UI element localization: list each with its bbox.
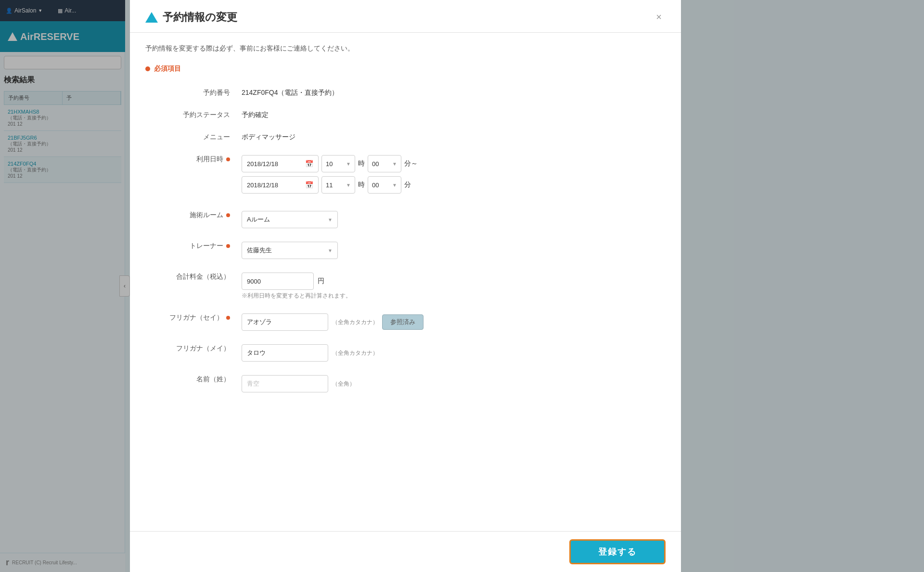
form-row-menu: メニュー ボディマッサージ [145,129,666,142]
chevron-down-icon: ▼ [346,161,351,167]
minute-label: 分～ [404,159,418,168]
chevron-down-icon-trainer: ▼ [328,248,333,253]
furigana-mei-row: タロウ （全角カタカナ） [242,344,666,362]
value-status: 予約確定 [242,107,666,119]
label-reservation-number: 予約番号 [145,85,242,97]
form-row-room: 施術ルーム Aルーム ▼ [145,207,666,228]
datetime-start-row: 2018/12/18 📅 10 ▼ 時 00 ▼ 分～ [242,155,666,172]
required-dot-datetime [226,157,230,161]
form-row-datetime: 利用日時 2018/12/18 📅 10 ▼ 時 00 ▼ [145,151,666,197]
modal-title-icon [145,12,158,23]
required-dot-furigana-sei [226,316,230,320]
value-datetime: 2018/12/18 📅 10 ▼ 時 00 ▼ 分～ [242,151,666,197]
value-name-sei: 青空 （全角） [242,371,666,392]
required-dot [145,66,150,71]
value-furigana-mei: タロウ （全角カタカナ） [242,340,666,362]
furigana-sei-row: アオゾラ （全角カタカナ） 参照済み [242,313,666,331]
minute-start-select[interactable]: 00 ▼ [368,155,401,172]
value-menu: ボディマッサージ [242,129,666,142]
room-select[interactable]: Aルーム ▼ [242,211,338,228]
price-unit: 円 [318,277,324,286]
modal-dialog: 予約情報の変更 × 予約情報を変更する際は必ず、事前にお客様にご連絡してください… [130,0,681,572]
modal-body: 予約情報を変更する際は必ず、事前にお客様にご連絡してください。 必須項目 予約番… [130,33,681,531]
label-menu: メニュー [145,129,242,142]
label-name-sei: 名前（姓） [145,371,242,384]
furigana-sei-hint: （全角カタカナ） [332,318,378,326]
value-furigana-sei: アオゾラ （全角カタカナ） 参照済み [242,310,666,331]
time-end-separator: 時 [358,181,365,189]
price-note: ※利用日時を変更すると再計算されます。 [242,292,666,300]
value-trainer: 佐藤先生 ▼ [242,238,666,259]
label-status: 予約ステータス [145,107,242,119]
time-separator: 時 [358,159,365,168]
modal-title-area: 予約情報の変更 [145,10,237,25]
furigana-mei-input[interactable]: タロウ [242,344,328,362]
required-section: 必須項目 [145,65,666,73]
chevron-down-icon-3: ▼ [346,182,351,188]
modal-footer: 登録する [130,531,681,572]
ref-button[interactable]: 参照済み [382,314,424,330]
required-dot-room [226,213,230,217]
trainer-select[interactable]: 佐藤先生 ▼ [242,242,338,259]
chevron-down-icon-room: ▼ [328,217,333,222]
close-button[interactable]: × [652,10,666,25]
furigana-mei-hint: （全角カタカナ） [332,349,378,357]
notice-text: 予約情報を変更する際は必ず、事前にお客様にご連絡してください。 [145,44,666,53]
furigana-sei-input[interactable]: アオゾラ [242,313,328,331]
label-trainer: トレーナー [145,238,242,250]
name-sei-hint: （全角） [332,380,355,388]
form-row-name-sei: 名前（姓） 青空 （全角） [145,371,666,392]
modal-title: 予約情報の変更 [163,10,237,25]
value-room: Aルーム ▼ [242,207,666,228]
label-furigana-sei: フリガナ（セイ） [145,310,242,322]
hour-end-select[interactable]: 11 ▼ [321,176,355,194]
name-sei-input[interactable]: 青空 [242,375,328,392]
date-start-input[interactable]: 2018/12/18 📅 [242,155,319,172]
chevron-down-icon-4: ▼ [392,182,397,188]
form-row-price: 合計料金（税込） 9000 円 ※利用日時を変更すると再計算されます。 [145,269,666,300]
price-input[interactable]: 9000 [242,273,314,290]
date-end-input[interactable]: 2018/12/18 📅 [242,176,319,194]
hour-start-select[interactable]: 10 ▼ [321,155,355,172]
required-label: 必須項目 [154,65,181,73]
calendar-icon: 📅 [305,160,313,168]
name-sei-row: 青空 （全角） [242,375,666,392]
required-dot-trainer [226,244,230,248]
form-row-furigana-sei: フリガナ（セイ） アオゾラ （全角カタカナ） 参照済み [145,310,666,331]
label-datetime: 利用日時 [145,151,242,164]
chevron-down-icon-2: ▼ [392,161,397,167]
value-price: 9000 円 ※利用日時を変更すると再計算されます。 [242,269,666,300]
form-row-furigana-mei: フリガナ（メイ） タロウ （全角カタカナ） [145,340,666,362]
modal-header: 予約情報の変更 × [130,0,681,33]
minute-end-label: 分 [404,181,411,189]
label-furigana-mei: フリガナ（メイ） [145,340,242,353]
form-row-trainer: トレーナー 佐藤先生 ▼ [145,238,666,259]
price-row: 9000 円 [242,273,666,290]
datetime-end-row: 2018/12/18 📅 11 ▼ 時 00 ▼ 分 [242,176,666,194]
calendar-icon-2: 📅 [305,181,313,189]
spacer [145,402,666,421]
label-price: 合計料金（税込） [145,269,242,281]
value-reservation-number: 214ZF0FQ4（電話・直接予約） [242,85,666,97]
form-row-reservation-number: 予約番号 214ZF0FQ4（電話・直接予約） [145,85,666,97]
minute-end-select[interactable]: 00 ▼ [368,176,401,194]
form-row-status: 予約ステータス 予約確定 [145,107,666,119]
register-button[interactable]: 登録する [569,539,666,564]
label-room: 施術ルーム [145,207,242,220]
